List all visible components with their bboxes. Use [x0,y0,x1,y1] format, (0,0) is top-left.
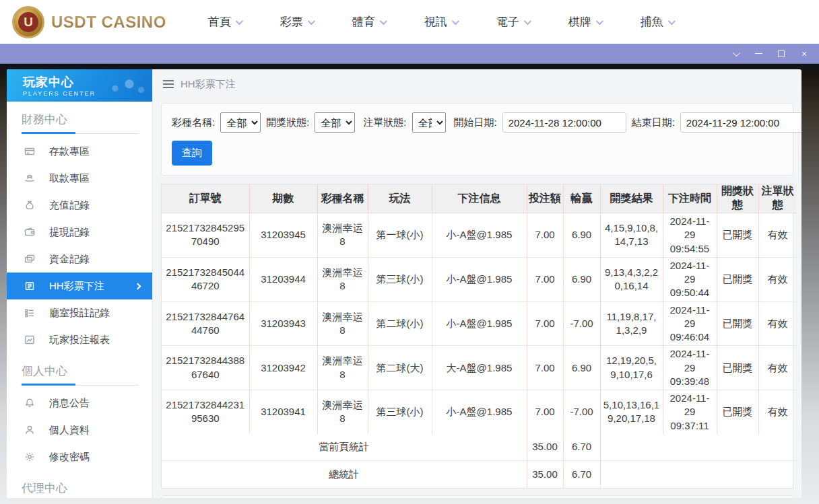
search-button[interactable]: 查詢 [172,141,212,166]
sidebar-item[interactable]: 存款專區 [7,138,152,165]
draw-status-select[interactable]: 全部 [315,112,355,133]
page-summary-label: 當前頁統計 [162,434,527,461]
chevron-right-icon [135,283,141,289]
cell-bet-info: 小-A盤@1.985 [432,390,527,434]
cell-draw-result: 5,10,13,16,19,20,17,18 [600,390,663,434]
column-header-play-type: 玩法 [368,184,432,213]
cell-play-type: 第二球(小) [368,301,432,346]
bets-table-panel: 訂單號期數彩種名稱玩法下注信息投注額輸贏開獎結果下注時間開獎狀態注單狀態 215… [161,184,793,489]
nav-item-5[interactable]: 電子 [496,14,529,30]
table-row: 215217328447644476031203943澳洲幸运8第二球(小)小-… [162,301,797,346]
sidebar-item[interactable]: 個人資料 [7,417,152,443]
sidebar-section-title: 個人中心 [7,353,152,385]
sidebar-item-label: 修改密碼 [49,451,90,464]
cell-order-status: 有效 [758,346,797,390]
sidebar-item[interactable]: HH彩票下注 [7,273,152,299]
cell-win-loss: 6.90 [563,346,600,390]
sidebar-item[interactable]: 廳室投註記錄 [7,299,152,326]
order-status-select[interactable]: 全部 [412,112,446,133]
cell-draw-status: 已開獎 [717,301,758,346]
chevron-down-icon [236,17,243,24]
window-close-button[interactable]: × [797,47,811,61]
lottery-name-select[interactable]: 全部 [220,112,261,133]
nav-item-1[interactable]: 首頁 [208,14,241,30]
cell-bet-amount: 7.00 [527,346,563,390]
cell-draw-result: 9,13,4,3,2,20,16,14 [600,257,663,301]
nav-item-6[interactable]: 棋牌 [568,14,601,30]
total-summary-label: 總統計 [162,461,527,488]
page-summary-row: 當前頁統計 35.00 6.70 [162,434,797,461]
sidebar-item[interactable]: 資金記錄 [7,246,152,273]
cell-play-type: 第三球(小) [368,390,432,434]
logo[interactable]: U USDT CASINO [12,6,166,38]
sidebar-item-label: 充值記錄 [49,199,90,212]
lottery-name-label: 彩種名稱: [172,116,215,129]
sidebar-item-label: 存款專區 [49,145,90,158]
cell-order-status: 有效 [758,390,797,434]
column-header-period: 期數 [249,184,317,213]
sidebar-item[interactable]: 提現記錄 [7,219,152,246]
top-navigation-bar: U USDT CASINO 首頁彩票體育視訊電子棋牌捕魚 [0,0,819,44]
chevron-down-icon [524,17,531,24]
main-content: HH彩票下注 彩種名稱: 全部 開獎狀態: 全部 注單狀態: 全部 [153,69,801,498]
draw-status-label: 開獎狀態: [266,116,309,129]
sidebar-item[interactable]: 充值記錄 [7,192,152,219]
cell-draw-result: 11,19,8,17,1,3,2,9 [600,301,663,346]
nav-item-label: 電子 [496,14,519,30]
cell-order-no: 2152173284476444760 [162,301,249,346]
sidebar-item[interactable]: 取款專區 [7,165,152,192]
chevron-down-icon [668,17,676,24]
page-title: HH彩票下注 [181,78,236,91]
sidebar-item[interactable]: 修改密碼 [7,443,152,470]
minimize-icon [755,53,762,54]
cell-draw-status: 已開獎 [717,346,758,390]
cell-period: 31203944 [249,257,317,301]
sidebar-banner-title: 玩家中心 [23,74,152,90]
end-date-label: 結束日期: [632,116,675,129]
cell-order-no: 2152173284423195630 [162,390,249,434]
nav-item-7[interactable]: 捕魚 [641,14,674,30]
sidebar-item[interactable]: 玩家投注報表 [7,326,152,353]
nav-item-3[interactable]: 體育 [352,14,385,30]
password-gear-icon [24,452,35,462]
nav-item-2[interactable]: 彩票 [280,14,313,30]
cell-lottery-name: 澳洲幸运8 [317,346,368,390]
nav-item-label: 彩票 [280,14,303,30]
cell-bet-info: 小-A盤@1.985 [432,213,527,258]
window-dropdown-button[interactable] [729,47,742,61]
sidebar-banner: 玩家中心 PLAYERS CENTER [7,69,152,102]
report-chart-icon [24,334,35,345]
chevron-down-icon [596,17,603,24]
window-minimize-button[interactable] [752,47,765,61]
table-row: 215217328450444672031203944澳洲幸运8第三球(小)小-… [162,257,797,301]
sidebar-item-label: 個人資料 [49,424,90,437]
cell-order-status: 有效 [758,213,797,258]
sidebar-item[interactable]: 消息公告 [7,390,152,417]
window-maximize-button[interactable] [775,47,788,61]
sidebar-item-label: 玩家投注報表 [49,334,110,347]
nav-item-label: 捕魚 [641,14,663,30]
total-summary-empty [600,461,797,488]
hamburger-menu-icon[interactable] [162,79,174,89]
chevron-down-icon [308,17,315,24]
cell-play-type: 第一球(小) [368,213,432,258]
funds-cards-icon [24,254,35,264]
sidebar-item-label: 取款專區 [49,172,90,185]
chevron-down-icon [452,17,459,24]
start-date-input[interactable] [502,112,626,133]
sidebar-item-label: HH彩票下注 [49,280,104,293]
sidebar-section-title: 代理中心 [7,470,152,498]
column-header-bet-amount: 投注額 [527,184,563,213]
sidebar-item-label: 資金記錄 [49,253,90,266]
sidebar-section-title: 財務中心 [7,102,152,133]
column-header-bet-info: 下注信息 [432,184,527,213]
page-summary-empty [600,434,797,461]
cell-bet-time: 2024-11-29 09:50:44 [663,257,717,301]
filter-panel: 彩種名稱: 全部 開獎狀態: 全部 注單狀態: 全部 開始日期: 結束日期: [161,103,793,176]
sidebar-section: 個人中心消息公告個人資料修改密碼 [7,353,152,470]
cell-bet-amount: 7.00 [527,213,563,258]
page-summary-winloss-total: 6.70 [563,434,600,461]
nav-item-4[interactable]: 視訊 [424,14,457,30]
end-date-input[interactable] [680,112,801,133]
pagination-panel: 每頁顯示20條 共5条 首页 上一页 [1] 下一页 第 页 跳转 [161,495,793,498]
